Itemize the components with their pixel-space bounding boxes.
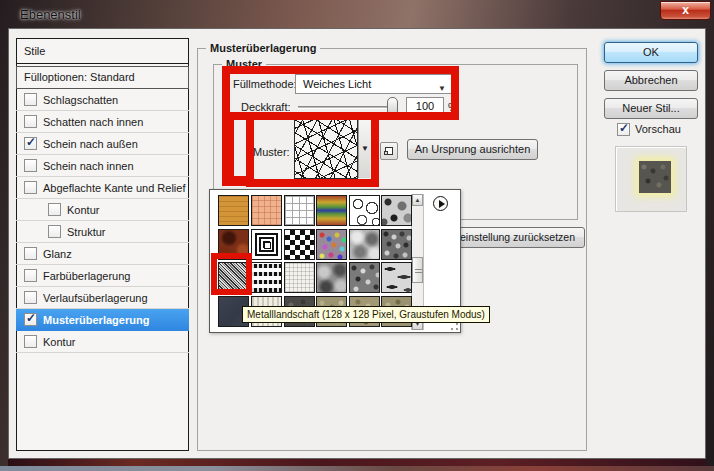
style-item-label: Schlagschatten — [43, 94, 118, 106]
pattern-swatch-weave[interactable] — [251, 195, 282, 226]
styles-header[interactable]: Stile — [16, 38, 189, 64]
pattern-swatch-stone[interactable] — [381, 195, 412, 226]
pattern-swatch-fineweave[interactable] — [284, 262, 315, 293]
scroll-up-icon: ▲ — [415, 197, 421, 203]
pattern-swatch-scribble[interactable] — [349, 195, 380, 226]
grip-icon — [415, 267, 422, 273]
style-checkbox[interactable] — [24, 115, 37, 128]
sidebar-style-item[interactable]: ✓ Schein nach außen — [16, 133, 189, 155]
check-icon: ✓ — [619, 121, 629, 135]
desktop-background-strip — [0, 466, 714, 471]
style-item-label: Farbüberlagerung — [43, 270, 130, 282]
annotation-connector-horizontal — [222, 176, 254, 186]
pattern-swatch-confetti[interactable] — [316, 229, 347, 260]
scrollbar-thumb[interactable] — [412, 257, 423, 283]
annotation-rect-swatch — [211, 253, 252, 295]
style-item-label: Struktur — [67, 226, 106, 238]
layer-style-dialog-window: Ebenenstil x Stile Fülloptionen: Standar… — [0, 0, 714, 471]
sidebar-style-item[interactable]: Kontur — [16, 331, 189, 353]
check-icon: ✓ — [26, 311, 36, 325]
pattern-swatch-checker[interactable] — [284, 229, 315, 260]
sidebar-style-item[interactable]: Kontur — [16, 199, 189, 221]
style-checkbox[interactable] — [24, 269, 37, 282]
new-preset-button[interactable] — [380, 142, 398, 160]
pattern-swatch-squares[interactable] — [251, 229, 282, 260]
sidebar-style-item[interactable]: Schein nach innen — [16, 155, 189, 177]
close-button[interactable]: x — [660, 1, 711, 20]
blending-options-item[interactable]: Fülloptionen: Standard — [16, 66, 189, 89]
snap-to-origin-button[interactable]: An Ursprung ausrichten — [407, 139, 538, 160]
style-checkbox[interactable] — [24, 181, 37, 194]
picker-menu-button[interactable] — [433, 196, 448, 211]
sidebar-style-item[interactable]: Schatten nach innen — [16, 111, 189, 133]
pattern-swatch-clouds[interactable] — [349, 229, 380, 260]
pattern-swatch-grid[interactable] — [284, 195, 315, 226]
style-checkbox[interactable]: ✓ — [24, 313, 37, 326]
sidebar-style-item[interactable]: ✓ Musterüberlagerung — [16, 309, 189, 331]
style-item-label: Schatten nach innen — [43, 116, 143, 128]
preview-checkbox[interactable]: ✓ — [617, 123, 630, 136]
close-icon: x — [682, 3, 689, 17]
pattern-swatch-clouds2[interactable] — [316, 262, 347, 293]
style-checkbox[interactable] — [24, 93, 37, 106]
style-checkbox[interactable] — [48, 225, 61, 238]
style-item-label: Abgeflachte Kante und Relief — [43, 182, 186, 194]
reset-to-default-button[interactable]: einstellung zurücksetzen — [450, 227, 585, 248]
pattern-overlay-group-title: Musterüberlagerung — [206, 42, 320, 54]
sidebar-style-item[interactable]: Verlaufsüberlagerung — [16, 287, 189, 309]
resize-grip[interactable] — [450, 322, 459, 331]
pattern-tooltip: Metalllandschaft (128 x 128 Pixel, Graus… — [242, 306, 490, 323]
sidebar-style-item[interactable]: Schlagschatten — [16, 89, 189, 111]
sidebar-style-item[interactable]: Glanz — [16, 243, 189, 265]
style-preview-thumbnail — [639, 161, 671, 193]
style-checkbox[interactable] — [24, 159, 37, 172]
style-item-label: Kontur — [67, 204, 99, 216]
style-item-label: Glanz — [43, 248, 72, 260]
pattern-swatch-tiedye[interactable] — [316, 195, 347, 226]
style-item-label: Kontur — [43, 336, 75, 348]
sidebar-style-item[interactable]: Farbüberlagerung — [16, 265, 189, 287]
style-checkbox[interactable] — [24, 247, 37, 260]
check-icon: ✓ — [26, 135, 36, 149]
style-checkbox[interactable]: ✓ — [24, 137, 37, 150]
preview-label: Vorschau — [635, 123, 681, 135]
styles-list: Schlagschatten Schatten nach innen ✓ Sch… — [16, 89, 189, 353]
sidebar-style-item[interactable]: Struktur — [16, 221, 189, 243]
pattern-swatch-marble[interactable] — [381, 262, 412, 293]
pattern-swatch-wood[interactable] — [218, 195, 249, 226]
style-checkbox[interactable] — [24, 335, 37, 348]
annotation-rect-pattern — [246, 112, 379, 187]
style-checkbox[interactable] — [24, 291, 37, 304]
style-item-label: Musterüberlagerung — [43, 314, 149, 326]
style-checkbox[interactable] — [48, 203, 61, 216]
pattern-swatch-speckle[interactable] — [349, 262, 380, 293]
flyout-arrow-icon — [439, 200, 445, 208]
new-style-button[interactable]: Neuer Stil... — [604, 98, 698, 119]
style-item-label: Schein nach innen — [43, 160, 134, 172]
style-item-label: Schein nach außen — [43, 138, 138, 150]
scroll-up-button[interactable]: ▲ — [412, 194, 423, 206]
pattern-swatch-noisedark[interactable] — [381, 229, 412, 260]
sidebar-style-item[interactable]: Abgeflachte Kante und Relief — [16, 177, 189, 199]
pattern-swatch-zigzag[interactable] — [251, 262, 282, 293]
style-item-label: Verlaufsüberlagerung — [43, 292, 148, 304]
window-title: Ebenenstil — [20, 7, 81, 22]
cancel-button[interactable]: Abbrechen — [604, 70, 698, 91]
ok-button[interactable]: OK — [604, 42, 698, 63]
